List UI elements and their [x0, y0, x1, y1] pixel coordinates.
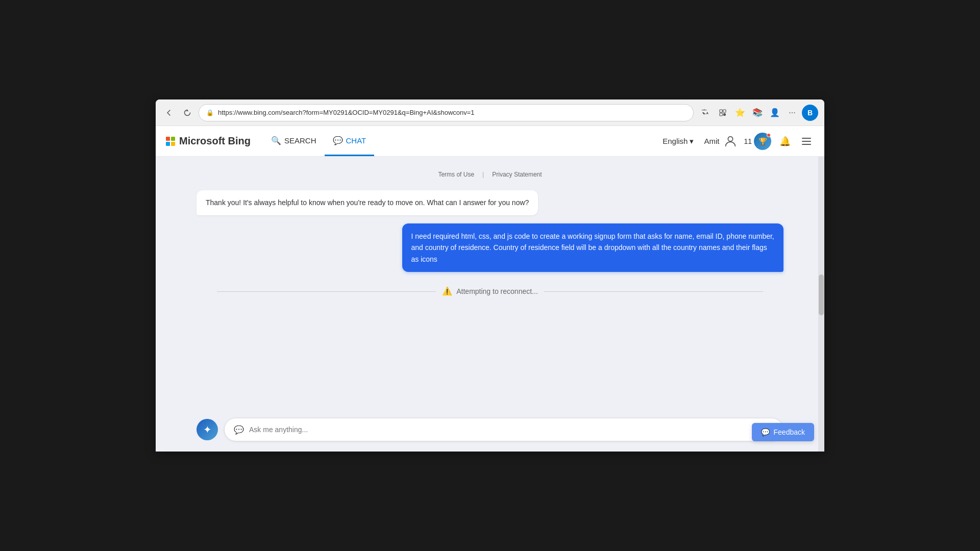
extensions-icon[interactable]: [715, 105, 730, 120]
ai-message: Thank you! It's always helpful to know w…: [197, 190, 538, 215]
ms-logo: [166, 137, 175, 146]
svg-point-3: [723, 113, 726, 115]
more-icon[interactable]: ···: [785, 105, 800, 120]
language-button[interactable]: English ▾: [658, 135, 698, 148]
user-message-text: I need required html, css, and js code t…: [411, 232, 774, 263]
collections-icon[interactable]: 📚: [750, 105, 765, 120]
search-label: SEARCH: [284, 136, 316, 145]
reconnect-content: ⚠️ Attempting to reconnect...: [436, 286, 544, 296]
browser-window: 🔒 https://www.bing.com/search?form=MY029…: [156, 99, 824, 452]
translate-icon[interactable]: [698, 105, 713, 120]
rewards-badge[interactable]: 11 🏆: [744, 133, 771, 150]
page-content: Microsoft Bing 🔍 SEARCH 💬 CHAT English ▾: [156, 126, 824, 452]
chat-area: Terms of Use | Privacy Statement Thank y…: [156, 157, 824, 452]
rewards-circle: 🏆: [754, 133, 771, 150]
feedback-icon: 💬: [761, 428, 770, 436]
lock-icon: 🔒: [206, 109, 214, 116]
terms-separator: |: [482, 171, 484, 178]
nav-right: English ▾ Amit 11 🏆: [658, 133, 814, 150]
favorites-icon[interactable]: ⭐: [732, 105, 748, 120]
language-text: English: [663, 137, 688, 145]
address-bar[interactable]: 🔒 https://www.bing.com/search?form=MY029…: [199, 104, 694, 121]
feedback-button[interactable]: 💬 Feedback: [752, 423, 814, 441]
hamburger-menu-button[interactable]: [799, 134, 814, 149]
search-icon: 🔍: [271, 136, 281, 145]
chevron-down-icon: ▾: [690, 137, 694, 146]
warning-icon: ⚠️: [442, 286, 452, 296]
nav-items: 🔍 SEARCH 💬 CHAT: [263, 126, 658, 156]
svg-rect-2: [723, 110, 726, 112]
chat-input[interactable]: [249, 425, 774, 434]
nav-bar: Microsoft Bing 🔍 SEARCH 💬 CHAT English ▾: [156, 126, 824, 157]
chat-label: CHAT: [346, 136, 366, 145]
hamburger-icon: [802, 138, 811, 145]
back-button[interactable]: [162, 106, 176, 120]
feedback-label: Feedback: [774, 428, 805, 436]
rewards-number: 11: [744, 137, 752, 145]
profile-icon[interactable]: 👤: [767, 105, 782, 120]
rewards-dot: [767, 133, 771, 137]
url-text: https://www.bing.com/search?form=MY0291&…: [218, 109, 686, 116]
rewards-icon: 🏆: [758, 137, 767, 145]
nav-search[interactable]: 🔍 SEARCH: [263, 126, 325, 156]
user-icon: [723, 134, 738, 148]
chat-input-icon: 💬: [234, 425, 244, 435]
notifications-button[interactable]: 🔔: [777, 134, 793, 149]
chat-icon: 💬: [333, 136, 343, 145]
reconnect-text: Attempting to reconnect...: [456, 287, 538, 295]
terms-link[interactable]: Terms of Use: [438, 171, 474, 178]
user-area[interactable]: Amit: [704, 134, 738, 148]
bing-logo-button[interactable]: B: [802, 105, 818, 121]
ai-message-text: Thank you! It's always helpful to know w…: [206, 198, 529, 207]
scroll-thumb: [819, 274, 824, 315]
chat-avatar-icon: ✦: [203, 423, 212, 436]
user-message: I need required html, css, and js code t…: [402, 223, 784, 272]
terms-bar: Terms of Use | Privacy Statement: [197, 167, 783, 182]
reconnect-bar: ⚠️ Attempting to reconnect...: [197, 280, 783, 302]
chat-input-box[interactable]: 💬: [224, 418, 783, 441]
toolbar-actions: ⭐ 📚 👤 ··· B: [698, 105, 818, 121]
chat-input-area: ✦ 💬: [156, 410, 824, 452]
svg-rect-1: [720, 113, 722, 115]
nav-chat[interactable]: 💬 CHAT: [325, 126, 375, 156]
browser-toolbar: 🔒 https://www.bing.com/search?form=MY029…: [156, 99, 824, 126]
privacy-link[interactable]: Privacy Statement: [492, 171, 542, 178]
chat-messages: Terms of Use | Privacy Statement Thank y…: [156, 157, 824, 410]
svg-point-4: [728, 136, 733, 141]
bing-brand[interactable]: Microsoft Bing: [166, 135, 251, 147]
svg-rect-0: [720, 110, 722, 112]
refresh-button[interactable]: [180, 106, 194, 120]
scroll-track: [818, 157, 824, 452]
user-name: Amit: [704, 137, 719, 145]
brand-text: Microsoft Bing: [179, 135, 251, 147]
chat-avatar[interactable]: ✦: [197, 419, 218, 440]
